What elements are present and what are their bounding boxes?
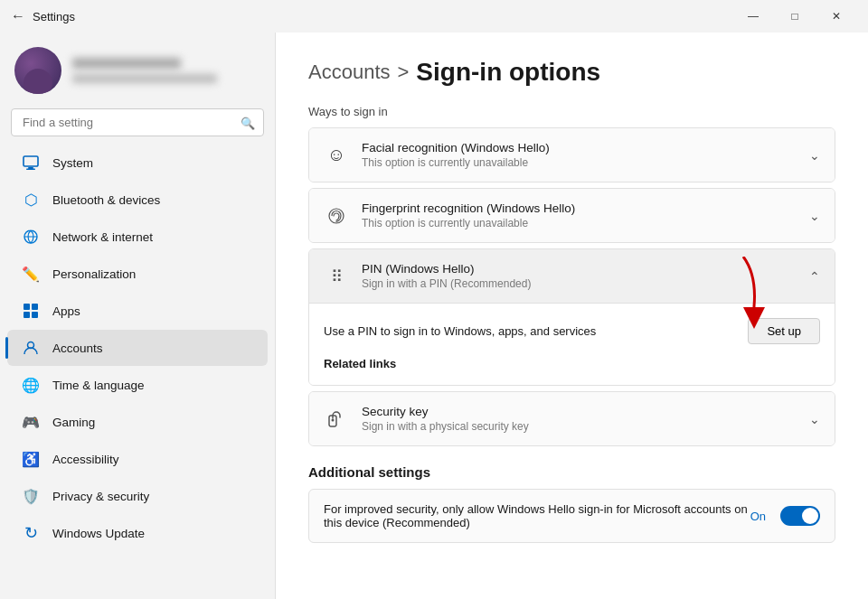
- network-icon: [22, 228, 40, 246]
- nav-list: System ⬡ Bluetooth & devices Network & i…: [0, 144, 275, 552]
- sidebar-label-accessibility: Accessibility: [52, 453, 119, 466]
- minimize-button[interactable]: —: [732, 3, 774, 30]
- facial-subtitle: This option is currently unavailable: [362, 156, 550, 169]
- ways-section-label: Ways to sign in: [308, 105, 835, 118]
- pin-title: PIN (Windows Hello): [362, 262, 531, 276]
- facial-recognition-header[interactable]: ☺ Facial recognition (Windows Hello) Thi…: [309, 128, 835, 182]
- setup-button[interactable]: Set up: [748, 318, 820, 344]
- sidebar-item-bluetooth[interactable]: ⬡ Bluetooth & devices: [7, 182, 268, 218]
- content-area: Accounts > Sign-in options Ways to sign …: [276, 33, 868, 599]
- sidebar-label-gaming: Gaming: [52, 416, 95, 429]
- security-key-text: Security key Sign in with a physical sec…: [362, 405, 529, 433]
- pin-chevron: ⌃: [809, 269, 820, 284]
- pin-body: Use a PIN to sign in to Windows, apps, a…: [309, 304, 835, 385]
- close-button[interactable]: ✕: [816, 3, 857, 30]
- svg-rect-0: [24, 156, 38, 166]
- fingerprint-text: Fingerprint recognition (Windows Hello) …: [362, 201, 575, 229]
- sidebar-item-apps[interactable]: Apps: [7, 293, 268, 329]
- svg-rect-4: [32, 304, 38, 310]
- sidebar-label-personalization: Personalization: [52, 267, 136, 281]
- update-icon: ↻: [22, 524, 40, 542]
- pin-card: ⠿ PIN (Windows Hello) Sign in with a PIN…: [308, 248, 835, 386]
- maximize-button[interactable]: □: [774, 3, 816, 30]
- breadcrumb: Accounts > Sign-in options: [308, 58, 835, 87]
- search-box: 🔍: [11, 108, 264, 136]
- sidebar-item-gaming[interactable]: 🎮 Gaming: [7, 404, 268, 440]
- sidebar-label-bluetooth: Bluetooth & devices: [52, 193, 160, 207]
- pin-text: PIN (Windows Hello) Sign in with a PIN (…: [362, 262, 531, 290]
- security-key-icon: [324, 407, 349, 432]
- bluetooth-icon: ⬡: [22, 191, 40, 209]
- privacy-icon: 🛡️: [22, 487, 40, 505]
- user-email: [72, 74, 217, 83]
- facial-chevron: ⌄: [809, 148, 820, 163]
- user-profile: [0, 33, 275, 105]
- titlebar: ← Settings — □ ✕: [0, 0, 868, 33]
- pin-left: ⠿ PIN (Windows Hello) Sign in with a PIN…: [324, 262, 531, 290]
- system-icon: [22, 154, 40, 172]
- sidebar-label-apps: Apps: [52, 304, 80, 318]
- user-info: [72, 58, 217, 83]
- svg-rect-3: [24, 304, 30, 310]
- sidebar-item-accounts[interactable]: Accounts: [7, 330, 268, 366]
- accessibility-icon: ♿: [22, 450, 40, 468]
- sidebar-item-time[interactable]: 🌐 Time & language: [7, 367, 268, 403]
- security-key-header[interactable]: Security key Sign in with a physical sec…: [309, 392, 835, 445]
- security-key-chevron: ⌄: [809, 412, 820, 426]
- fingerprint-left: Fingerprint recognition (Windows Hello) …: [324, 201, 575, 229]
- breadcrumb-current: Sign-in options: [416, 58, 600, 87]
- svg-rect-2: [26, 169, 35, 171]
- gaming-icon: 🎮: [22, 413, 40, 431]
- sidebar-item-personalization[interactable]: ✏️ Personalization: [7, 256, 268, 292]
- fingerprint-card: Fingerprint recognition (Windows Hello) …: [308, 188, 835, 243]
- windows-hello-toggle[interactable]: [780, 506, 820, 526]
- fingerprint-header[interactable]: Fingerprint recognition (Windows Hello) …: [309, 189, 835, 242]
- breadcrumb-link[interactable]: Accounts: [308, 61, 391, 84]
- titlebar-title: Settings: [33, 10, 75, 23]
- sidebar-item-network[interactable]: Network & internet: [7, 219, 268, 255]
- pin-header[interactable]: ⠿ PIN (Windows Hello) Sign in with a PIN…: [309, 249, 835, 304]
- security-key-title: Security key: [362, 405, 529, 418]
- security-key-subtitle: Sign in with a physical security key: [362, 420, 529, 433]
- windows-hello-setting-text: For improved security, only allow Window…: [324, 502, 750, 529]
- search-input[interactable]: [11, 108, 264, 136]
- facial-title: Facial recognition (Windows Hello): [362, 141, 550, 154]
- sidebar-item-update[interactable]: ↻ Windows Update: [7, 515, 268, 551]
- facial-recognition-left: ☺ Facial recognition (Windows Hello) Thi…: [324, 141, 550, 169]
- pin-description: Use a PIN to sign in to Windows, apps, a…: [324, 324, 596, 338]
- avatar: [14, 47, 61, 94]
- main-container: 🔍 System ⬡ Bluetooth & devices Network &…: [0, 33, 868, 599]
- toggle-wrap: On: [750, 506, 820, 526]
- sidebar-label-system: System: [52, 156, 93, 170]
- sidebar-label-privacy: Privacy & security: [52, 490, 149, 503]
- svg-rect-6: [32, 312, 38, 318]
- personalization-icon: ✏️: [22, 265, 40, 283]
- security-key-card: Security key Sign in with a physical sec…: [308, 391, 835, 446]
- accounts-icon: [22, 339, 40, 357]
- sidebar-label-update: Windows Update: [52, 527, 145, 540]
- sidebar-item-accessibility[interactable]: ♿ Accessibility: [7, 441, 268, 477]
- additional-settings-section: Additional settings For improved securit…: [308, 464, 835, 543]
- sidebar: 🔍 System ⬡ Bluetooth & devices Network &…: [0, 33, 276, 599]
- pin-icon: ⠿: [324, 264, 349, 289]
- pin-subtitle: Sign in with a PIN (Recommended): [362, 277, 531, 290]
- apps-icon: [22, 302, 40, 320]
- fingerprint-icon: [324, 203, 349, 229]
- time-icon: 🌐: [22, 376, 40, 394]
- windows-hello-setting-row: For improved security, only allow Window…: [308, 489, 835, 543]
- sidebar-item-system[interactable]: System: [7, 145, 268, 181]
- search-icon: 🔍: [241, 116, 255, 129]
- svg-point-10: [332, 418, 335, 421]
- facial-text: Facial recognition (Windows Hello) This …: [362, 141, 550, 169]
- pin-setup-row: Use a PIN to sign in to Windows, apps, a…: [324, 318, 820, 344]
- fingerprint-chevron: ⌄: [809, 209, 820, 223]
- breadcrumb-separator: >: [398, 61, 410, 84]
- sidebar-item-privacy[interactable]: 🛡️ Privacy & security: [7, 478, 268, 514]
- back-button[interactable]: ←: [11, 8, 25, 24]
- fingerprint-title: Fingerprint recognition (Windows Hello): [362, 201, 575, 215]
- sidebar-label-accounts: Accounts: [52, 342, 103, 355]
- facial-icon: ☺: [324, 143, 349, 168]
- additional-settings-title: Additional settings: [308, 464, 835, 480]
- security-key-left: Security key Sign in with a physical sec…: [324, 405, 529, 433]
- svg-rect-5: [24, 312, 30, 318]
